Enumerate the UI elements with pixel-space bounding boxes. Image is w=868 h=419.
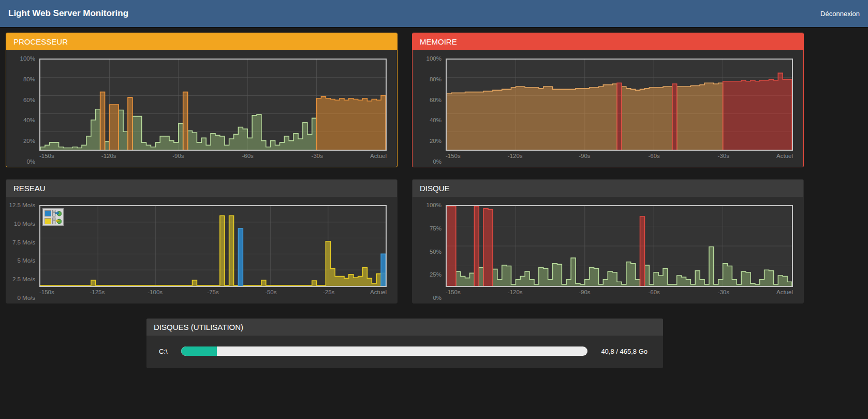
panel-title-disques-utilisation: DISQUES (UTILISATION): [154, 323, 243, 331]
charts-row-2: RESEAU 12.5 Mo/s10 Mo/s7.5 Mo/s5 Mo/s2.5…: [6, 179, 804, 304]
panel-header-disques-utilisation: DISQUES (UTILISATION): [146, 319, 663, 336]
panel-header-processeur: PROCESSEUR: [6, 33, 397, 50]
network-sent-icon: [52, 210, 62, 216]
panel-title-memoire: MEMOIRE: [420, 37, 457, 46]
panel-header-disque: DISQUE: [413, 180, 803, 197]
disk-chart-x-axis: -150s-120s-90s-60s-30sActuel: [446, 288, 793, 298]
drive-label: C:\: [159, 348, 168, 355]
charts-row-1: PROCESSEUR 100%80%60%40%20%0% -150s-120s…: [6, 33, 804, 167]
top-bar: Light Web Server Monitoring Déconnexion: [0, 0, 868, 27]
cpu-chart-plot[interactable]: [39, 59, 387, 151]
panel-memoire: MEMOIRE 100%80%60%40%20%0% -150s-120s-90…: [412, 33, 804, 167]
disk-chart-y-axis: 100%75%50%25%0%: [416, 205, 446, 298]
disk-usage-row: C:\ 40,8 / 465,8 Go: [146, 336, 663, 368]
disk-usage-fill: [181, 346, 217, 356]
main-content: PROCESSEUR 100%80%60%40%20%0% -150s-120s…: [6, 33, 804, 368]
app-title: Light Web Server Monitoring: [8, 8, 128, 19]
logout-link[interactable]: Déconnexion: [820, 10, 860, 18]
disk-usage-value: 40,8 / 465,8 Go: [601, 348, 648, 355]
disk-chart: 100%75%50%25%0% -150s-120s-90s-60s-30sAc…: [416, 205, 793, 298]
cpu-chart-y-axis: 100%80%60%40%20%0%: [9, 59, 39, 162]
panel-title-reseau: RESEAU: [13, 184, 46, 193]
legend-row-sent: [45, 210, 62, 216]
cpu-chart: 100%80%60%40%20%0% -150s-120s-90s-60s-30…: [9, 59, 387, 162]
panel-title-processeur: PROCESSEUR: [13, 37, 68, 46]
panel-processeur: PROCESSEUR 100%80%60%40%20%0% -150s-120s…: [6, 33, 398, 167]
network-received-swatch: [45, 218, 51, 224]
panel-title-disque: DISQUE: [420, 184, 450, 193]
network-legend: [42, 208, 64, 226]
legend-row-received: [45, 218, 62, 224]
panel-header-reseau: RESEAU: [6, 180, 397, 197]
panel-reseau: RESEAU 12.5 Mo/s10 Mo/s7.5 Mo/s5 Mo/s2.5…: [6, 179, 398, 304]
disk-usage-bar: [181, 346, 588, 356]
memory-chart-plot[interactable]: [446, 59, 793, 151]
memory-chart-y-axis: 100%80%60%40%20%0%: [416, 59, 446, 162]
panel-disque: DISQUE 100%75%50%25%0% -150s-120s-90s-60…: [412, 179, 804, 304]
cpu-chart-x-axis: -150s-120s-90s-60s-30sActuel: [39, 152, 387, 162]
network-chart: 12.5 Mo/s10 Mo/s7.5 Mo/s5 Mo/s2.5 Mo/s0 …: [9, 205, 387, 298]
panel-disques-utilisation: DISQUES (UTILISATION) C:\ 40,8 / 465,8 G…: [146, 319, 663, 368]
network-received-icon: [52, 218, 62, 224]
network-chart-x-axis: -150s-125s-100s-75s-50s-25sActuel: [39, 288, 387, 298]
network-chart-y-axis: 12.5 Mo/s10 Mo/s7.5 Mo/s5 Mo/s2.5 Mo/s0 …: [9, 205, 39, 298]
network-sent-swatch: [45, 210, 51, 216]
panel-header-memoire: MEMOIRE: [413, 33, 803, 50]
memory-chart: 100%80%60%40%20%0% -150s-120s-90s-60s-30…: [416, 59, 793, 162]
disk-chart-plot[interactable]: [446, 205, 793, 287]
network-chart-plot[interactable]: [39, 205, 387, 287]
memory-chart-x-axis: -150s-120s-90s-60s-30sActuel: [446, 152, 793, 162]
